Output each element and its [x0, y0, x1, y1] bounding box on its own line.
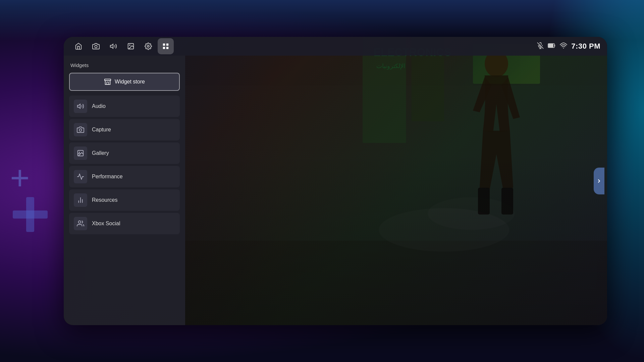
widget-store-button[interactable]: Widget store: [69, 73, 180, 91]
wifi-icon: [560, 43, 567, 50]
resources-label: Resources: [92, 197, 117, 203]
svg-point-12: [95, 45, 97, 48]
mic-muted-icon: [537, 42, 544, 51]
svg-rect-18: [166, 44, 168, 46]
performance-widget-icon: [77, 173, 84, 180]
svg-text:الإلكترونيات: الإلكترونيات: [376, 63, 405, 70]
nav-widgets-button[interactable]: [158, 38, 174, 54]
status-bar: 7:30 PM: [537, 42, 600, 51]
resources-icon-box: [74, 193, 87, 207]
gallery-label: Gallery: [92, 150, 109, 156]
nav-audio-button[interactable]: [105, 38, 121, 54]
battery-icon: [548, 43, 556, 50]
xbox-social-label: Xbox Social: [92, 221, 120, 227]
capture-widget-icon: [77, 126, 84, 133]
svg-point-15: [129, 45, 130, 46]
svg-rect-25: [548, 44, 553, 47]
audio-widget-icon: [77, 103, 84, 110]
camera-icon: [92, 43, 100, 50]
svg-rect-10: [478, 188, 490, 215]
performance-label: Performance: [92, 174, 123, 180]
volume-icon: [110, 43, 117, 50]
svg-rect-17: [163, 44, 165, 46]
xbox-social-widget-icon: [77, 220, 84, 227]
widget-item-audio[interactable]: Audio: [69, 96, 180, 117]
svg-rect-19: [163, 47, 165, 49]
capture-icon-box: [74, 123, 87, 136]
svg-rect-11: [501, 188, 513, 215]
device-frame: ELECTRONICS الإلكترونيات: [64, 37, 607, 325]
svg-rect-27: [105, 79, 111, 81]
widget-item-performance[interactable]: Performance: [69, 166, 180, 187]
nav-capture-button[interactable]: [88, 38, 104, 54]
widget-item-xbox-social[interactable]: Xbox Social: [69, 213, 180, 234]
svg-rect-28: [107, 82, 109, 84]
plus-cross-icon: [10, 161, 50, 201]
grid-icon: [162, 43, 169, 50]
svg-point-32: [79, 152, 80, 153]
resources-widget-icon: [77, 196, 84, 204]
svg-marker-29: [77, 104, 80, 109]
audio-label: Audio: [92, 103, 106, 109]
svg-point-30: [79, 129, 82, 131]
home-icon: [75, 43, 82, 50]
svg-point-8: [428, 197, 515, 230]
svg-rect-20: [166, 47, 168, 49]
gallery-icon: [127, 43, 135, 50]
svg-rect-1: [13, 210, 48, 219]
gallery-widget-icon: [77, 149, 84, 157]
widget-store-label: Widget store: [115, 79, 145, 85]
svg-point-26: [563, 47, 564, 48]
store-icon: [104, 78, 111, 85]
top-nav-bar: 7:30 PM: [64, 37, 607, 56]
xbox-social-icon-box: [74, 217, 87, 230]
widget-item-resources[interactable]: Resources: [69, 189, 180, 211]
widgets-title: Widgets: [69, 62, 180, 68]
nav-home-button[interactable]: [70, 38, 87, 54]
clock-display: 7:30 PM: [571, 42, 600, 51]
plus-icon-decoration: [10, 161, 50, 201]
right-scroll-indicator[interactable]: [594, 168, 604, 194]
widgets-panel: Widgets Widget store Audio: [64, 56, 185, 325]
widget-item-capture[interactable]: Capture: [69, 119, 180, 140]
capture-label: Capture: [92, 127, 111, 133]
gear-icon: [145, 43, 152, 50]
svg-point-36: [78, 221, 81, 223]
svg-marker-13: [110, 44, 113, 49]
svg-point-16: [147, 45, 149, 47]
nav-settings-button[interactable]: [140, 38, 156, 54]
gallery-icon-box: [74, 146, 87, 160]
audio-icon-box: [74, 100, 87, 113]
widget-item-gallery[interactable]: Gallery: [69, 142, 180, 164]
nav-gallery-button[interactable]: [123, 38, 139, 54]
svg-point-7: [379, 208, 509, 252]
performance-icon-box: [74, 170, 87, 183]
